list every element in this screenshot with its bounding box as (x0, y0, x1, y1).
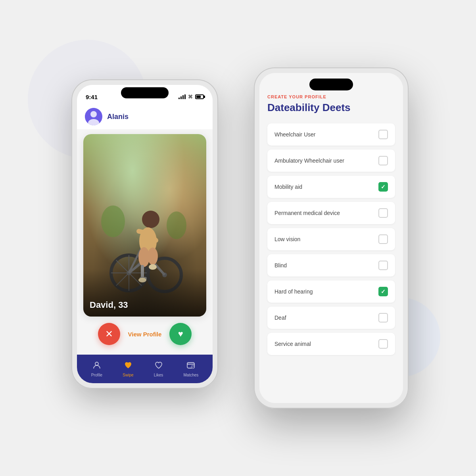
like-button[interactable]: ♥ (169, 323, 192, 345)
nav-item-swipe[interactable]: Swipe (123, 361, 133, 377)
action-buttons: ✕ View Profile ♥ (98, 317, 192, 349)
nav-label-profile: Profile (91, 373, 102, 377)
user-header: Alanis (77, 105, 213, 129)
bottom-nav: Profile Swipe Like (77, 355, 213, 383)
checkbox-label-wheelchair-user: Wheelchair User (274, 131, 315, 138)
phone2-notch (309, 79, 353, 90)
reject-button[interactable]: ✕ (98, 323, 120, 345)
nav-item-likes[interactable]: Likes (154, 361, 163, 377)
checkbox-label-permanent-medical: Permanent medical device (274, 210, 340, 216)
status-bar: 9:41 ⌘ (77, 85, 213, 105)
checkbox-row-permanent-medical[interactable]: Permanent medical device (267, 202, 395, 224)
swipe-area: David, 33 ✕ View Profile ♥ (77, 129, 213, 355)
likes-nav-icon (154, 361, 163, 372)
checkbox-label-hard-of-hearing: Hard of hearing (274, 288, 313, 295)
svg-point-24 (148, 248, 158, 265)
svg-point-3 (101, 205, 125, 237)
checkbox-mobility-aid[interactable] (378, 182, 388, 192)
wifi-icon: ⌘ (188, 94, 193, 100)
card-person-name: David, 33 (90, 300, 128, 310)
x-icon: ✕ (105, 329, 113, 339)
phone2-notch-bar (259, 73, 403, 93)
checkbox-row-deaf[interactable]: Deaf (267, 307, 395, 329)
checkbox-row-wheelchair-user[interactable]: Wheelchair User (267, 123, 395, 146)
checkbox-low-vision[interactable] (378, 234, 388, 244)
checkbox-row-low-vision[interactable]: Low vision (267, 228, 395, 250)
phone1: 9:41 ⌘ (71, 79, 218, 389)
checkbox-service-animal[interactable] (378, 339, 388, 349)
scene: 9:41 ⌘ (60, 60, 416, 416)
matches-nav-icon (186, 361, 195, 372)
checkbox-hard-of-hearing[interactable] (378, 287, 388, 296)
checkbox-ambulatory-wheelchair[interactable] (378, 156, 388, 165)
checkbox-deaf[interactable] (378, 313, 388, 322)
checkbox-label-mobility-aid: Mobility aid (274, 184, 302, 190)
checkbox-label-deaf: Deaf (274, 315, 286, 321)
disability-options-list: Wheelchair UserAmbulatory Wheelchair use… (267, 123, 395, 355)
view-profile-button[interactable]: View Profile (128, 331, 162, 338)
user-name: Alanis (107, 113, 129, 121)
notch (121, 87, 169, 98)
nav-item-profile[interactable]: Profile (91, 361, 102, 377)
avatar[interactable] (85, 108, 102, 125)
svg-line-22 (139, 231, 148, 233)
checkbox-wheelchair-user[interactable] (378, 130, 388, 139)
svg-point-19 (142, 211, 159, 228)
profile-title: Dateability Deets (267, 102, 395, 114)
status-icons: ⌘ (178, 94, 204, 100)
profile-card[interactable]: David, 33 (83, 134, 206, 317)
swipe-nav-icon (124, 361, 132, 372)
nav-label-matches: Matches (184, 373, 199, 377)
phone2-content: CREATE YOUR PROFILE Dateability Deets Wh… (259, 93, 403, 403)
heart-icon: ♥ (178, 329, 183, 339)
svg-point-29 (95, 362, 98, 365)
time-display: 9:41 (86, 94, 98, 100)
profile-section-label: CREATE YOUR PROFILE (267, 94, 395, 99)
nav-label-likes: Likes (154, 373, 163, 377)
nav-item-matches[interactable]: Matches (184, 361, 199, 377)
checkbox-label-low-vision: Low vision (274, 236, 300, 242)
battery-icon (195, 94, 204, 99)
checkbox-row-ambulatory-wheelchair[interactable]: Ambulatory Wheelchair user (267, 150, 395, 172)
checkbox-row-blind[interactable]: Blind (267, 254, 395, 276)
checkbox-blind[interactable] (378, 261, 388, 270)
nav-label-swipe: Swipe (123, 373, 133, 377)
signal-icon (178, 94, 186, 99)
checkbox-label-service-animal: Service animal (274, 341, 311, 347)
checkbox-label-ambulatory-wheelchair: Ambulatory Wheelchair user (274, 157, 344, 164)
checkbox-row-mobility-aid[interactable]: Mobility aid (267, 176, 395, 198)
checkbox-row-hard-of-hearing[interactable]: Hard of hearing (267, 280, 395, 303)
svg-point-4 (167, 211, 186, 239)
checkbox-permanent-medical[interactable] (378, 208, 388, 218)
svg-point-1 (90, 111, 97, 117)
checkbox-row-service-animal[interactable]: Service animal (267, 333, 395, 355)
phone2: CREATE YOUR PROFILE Dateability Deets Wh… (254, 67, 409, 409)
profile-nav-icon (92, 361, 101, 372)
checkbox-label-blind: Blind (274, 262, 287, 269)
